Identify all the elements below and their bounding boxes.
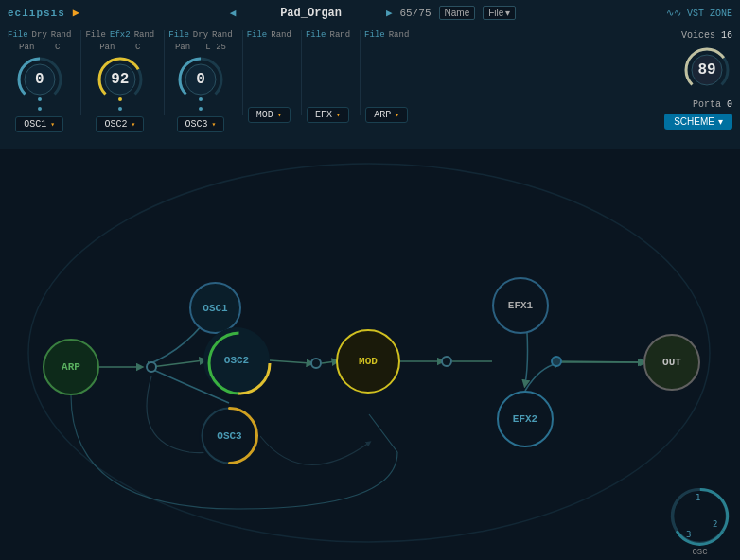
porta-value: 0 <box>727 99 732 110</box>
sep1 <box>80 30 81 115</box>
porta-row: Porta 0 <box>693 99 732 110</box>
svg-text:1: 1 <box>696 493 700 502</box>
arp-labels: File Rand <box>364 30 409 40</box>
patch-count: 65/75 <box>400 8 432 19</box>
osc3-rand-label[interactable]: Rand <box>212 30 233 40</box>
osc1-node[interactable]: OSC1 <box>189 282 241 334</box>
osc1-knob[interactable]: 0 <box>14 54 65 105</box>
svg-line-4 <box>322 361 336 363</box>
sep3 <box>242 30 243 115</box>
osc1-labels: File Dry Rand <box>8 30 71 40</box>
voices-knob-value: 89 <box>697 61 715 79</box>
efx-selector[interactable]: EFX ▾ <box>307 107 349 123</box>
osc2-efx2-label[interactable]: Efx2 <box>110 30 131 40</box>
scheme-button[interactable]: SCHEME ▾ <box>664 114 732 130</box>
osc1-group: File Dry Rand Pan C 0 OSC1 ▾ <box>8 30 71 132</box>
osc3-dry-label[interactable]: Dry <box>193 30 208 40</box>
mod-group: File Rand MOD ▾ <box>247 30 291 123</box>
voices-row: Voices 16 <box>681 30 732 41</box>
mod-labels: File Rand <box>247 30 291 40</box>
preset-name: Pad_Organ <box>243 7 379 20</box>
file-button[interactable]: File ▾ <box>483 6 516 20</box>
osc1-dry-label[interactable]: Dry <box>32 30 47 40</box>
arp-node[interactable]: ARP <box>43 339 99 395</box>
osc1-rand-label[interactable]: Rand <box>51 30 72 40</box>
connector-dot-2 <box>310 358 322 369</box>
osc3-indicator <box>199 107 203 111</box>
osc2-indicator <box>118 107 122 111</box>
right-controls: Voices 16 89 Porta 0 SCHEME ▾ <box>664 30 732 130</box>
voices-knob[interactable]: 89 <box>681 44 732 96</box>
mod-selector[interactable]: MOD ▾ <box>248 107 291 123</box>
osc3-knob-dot <box>199 97 203 101</box>
osc2-node[interactable]: OSC2 <box>203 327 270 394</box>
svg-line-9 <box>369 414 397 452</box>
osc2-knob-dot <box>118 97 122 101</box>
vst-zone-logo: ∿∿ VST ZONE <box>666 8 732 19</box>
efx-labels: File Rand <box>306 30 350 40</box>
logo: eclipsis <box>8 8 65 19</box>
main-area: ARP OSC1 OSC2 OSC3 MOD EFX1 EFX2 <box>0 149 740 556</box>
connector-dot-4 <box>551 356 562 367</box>
osc2-group: File Efx2 Rand Pan C 92 OSC2 ▾ <box>85 30 154 132</box>
osc3-pan-label: Pan L 25 <box>175 43 226 52</box>
top-bar: eclipsis ▶ ◀ Pad_Organ ▶ 65/75 Name File… <box>0 0 740 26</box>
osc3-knob[interactable]: 0 <box>175 54 226 105</box>
osc1-pan-label: Pan C <box>19 43 60 52</box>
osc-mini-label: OSC <box>669 548 731 556</box>
connector-dot-1 <box>146 361 157 373</box>
svg-line-3 <box>270 360 310 363</box>
osc3-node[interactable]: OSC3 <box>199 405 260 466</box>
osc3-group: File Dry Rand Pan L 25 0 OSC3 ▾ <box>168 30 232 132</box>
osc1-knob-value: 0 <box>35 71 44 88</box>
voices-label: Voices <box>681 30 715 41</box>
arp-selector[interactable]: ARP ▾ <box>365 107 408 123</box>
osc1-indicator <box>38 107 42 111</box>
name-button[interactable]: Name <box>439 6 476 20</box>
osc-mini-dial[interactable]: 1 2 3 OSC <box>669 485 731 547</box>
efx1-node[interactable]: EFX1 <box>492 277 549 334</box>
logo-arrow: ▶ <box>73 6 79 20</box>
sep4 <box>301 30 302 115</box>
svg-text:2: 2 <box>713 519 717 529</box>
osc3-file-label[interactable]: File <box>168 30 189 40</box>
osc2-knob-value: 92 <box>111 71 129 88</box>
out-node[interactable]: OUT <box>643 334 700 391</box>
osc2-knob[interactable]: 92 <box>95 54 146 105</box>
svg-text:3: 3 <box>686 530 691 539</box>
efx-file-label[interactable]: File <box>306 30 326 40</box>
voices-value: 16 <box>721 30 732 41</box>
mod-file-label[interactable]: File <box>247 30 268 40</box>
osc3-selector[interactable]: OSC3 ▾ <box>177 116 225 132</box>
prev-patch-button[interactable]: ◀ <box>230 7 237 19</box>
connector-dot-3 <box>441 356 452 367</box>
controls-row: File Dry Rand Pan C 0 OSC1 ▾ File <box>0 26 740 149</box>
efx-group: File Rand EFX ▾ <box>306 30 350 123</box>
osc2-labels: File Efx2 Rand <box>85 30 154 40</box>
sep5 <box>360 30 361 115</box>
osc2-file-label[interactable]: File <box>85 30 106 40</box>
arp-rand-label[interactable]: Rand <box>389 30 410 40</box>
porta-label: Porta <box>693 99 721 110</box>
arp-group: File Rand ARP ▾ <box>364 30 409 123</box>
arp-file-label[interactable]: File <box>364 30 385 40</box>
next-patch-button[interactable]: ▶ <box>386 7 393 19</box>
mod-rand-label[interactable]: Rand <box>271 30 291 40</box>
efx2-node[interactable]: EFX2 <box>497 391 554 447</box>
osc3-labels: File Dry Rand <box>168 30 232 40</box>
mod-node[interactable]: MOD <box>336 329 400 394</box>
osc1-knob-dot <box>38 97 42 101</box>
efx-rand-label[interactable]: Rand <box>330 30 351 40</box>
sep2 <box>164 30 165 115</box>
svg-line-2 <box>151 360 203 367</box>
osc2-selector[interactable]: OSC2 ▾ <box>96 116 144 132</box>
osc1-selector[interactable]: OSC1 ▾ <box>15 116 63 132</box>
osc3-knob-value: 0 <box>196 71 205 88</box>
osc2-rand-label[interactable]: Rand <box>134 30 155 40</box>
osc2-pan-label: Pan C <box>99 43 140 52</box>
osc1-file-label[interactable]: File <box>8 30 28 40</box>
